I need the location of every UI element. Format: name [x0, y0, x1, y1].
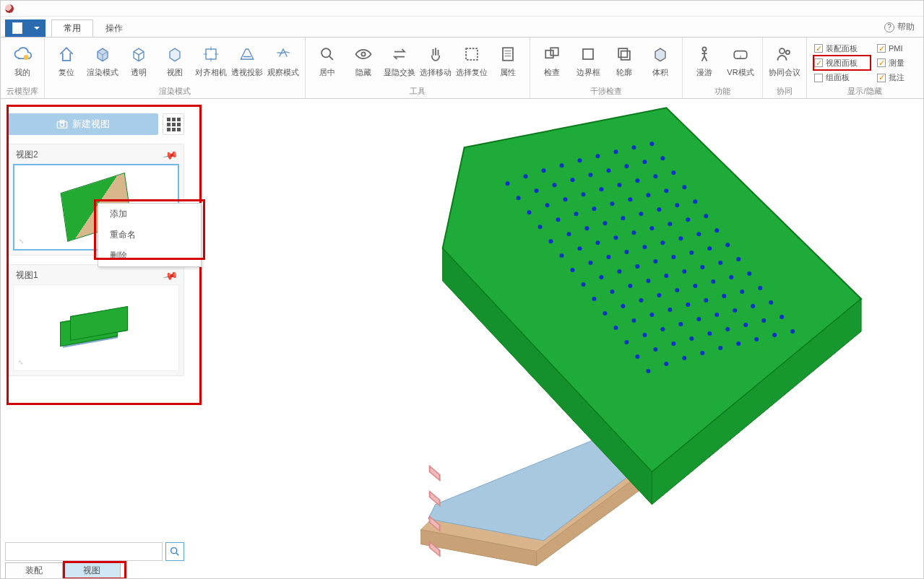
- reset-view-button[interactable]: 复位: [51, 40, 82, 84]
- chk-pmi[interactable]: ✓PMI: [877, 42, 915, 55]
- svg-point-139: [653, 347, 657, 352]
- svg-point-105: [646, 279, 650, 283]
- ctx-rename[interactable]: 重命名: [98, 225, 201, 245]
- svg-point-116: [693, 284, 697, 288]
- bbox-button[interactable]: 边界框: [572, 40, 604, 84]
- volume-button[interactable]: 体积: [644, 40, 676, 84]
- check-button[interactable]: 检查: [536, 40, 568, 84]
- bottom-tab-assembly[interactable]: 装配: [5, 562, 63, 578]
- align-camera-icon: [200, 43, 222, 65]
- svg-point-45: [624, 164, 629, 168]
- align-camera-button[interactable]: 对齐相机: [195, 40, 227, 84]
- my-cloud-button[interactable]: 我的: [7, 40, 38, 84]
- svg-point-101: [725, 243, 730, 247]
- svg-rect-1: [206, 49, 216, 59]
- svg-point-75: [560, 253, 564, 258]
- transparent-button[interactable]: 透明: [123, 40, 155, 84]
- my-cloud-label: 我的: [14, 66, 30, 77]
- svg-point-150: [700, 351, 704, 355]
- svg-point-120: [613, 326, 618, 330]
- svg-point-40: [535, 188, 539, 193]
- svg-point-131: [660, 327, 665, 331]
- chk-view-panel[interactable]: ✓视图面板: [814, 56, 870, 69]
- svg-point-110: [736, 257, 741, 261]
- chk-assembly-panel[interactable]: ✓装配面板: [814, 42, 870, 55]
- ctx-add[interactable]: 添加: [98, 204, 201, 225]
- outline-button[interactable]: 轮廓: [608, 40, 640, 84]
- svg-point-108: [700, 265, 704, 269]
- select-reset-button[interactable]: 选择复位: [456, 40, 488, 84]
- svg-point-121: [631, 318, 636, 323]
- home-icon: [56, 43, 77, 65]
- svg-rect-27: [430, 492, 440, 506]
- grid-toggle-button[interactable]: [163, 113, 184, 135]
- svg-point-62: [628, 197, 632, 201]
- ribbon-group-function: 漫游 VR模式 功能: [683, 38, 763, 98]
- view-thumbnail[interactable]: ⤡: [13, 284, 179, 371]
- svg-point-79: [631, 230, 636, 235]
- show-hide-swap-button[interactable]: 显隐交换: [384, 40, 415, 84]
- svg-point-32: [542, 168, 546, 173]
- search-input[interactable]: [5, 542, 163, 561]
- properties-button[interactable]: 属性: [492, 40, 524, 84]
- ribbon-group-interference: 检查 边界框 轮廓 体积 干涉检查: [530, 38, 683, 98]
- svg-point-37: [631, 145, 636, 149]
- svg-point-97: [653, 259, 657, 264]
- svg-point-152: [736, 341, 741, 346]
- observe-mode-button[interactable]: 观察模式: [267, 40, 299, 84]
- svg-point-74: [693, 199, 697, 204]
- volume-cube-icon: [649, 43, 671, 65]
- pin-icon[interactable]: 📌: [162, 147, 178, 162]
- svg-point-104: [628, 284, 632, 288]
- svg-point-33: [560, 163, 564, 167]
- tab-common[interactable]: 常用: [51, 19, 93, 37]
- grid-icon: [167, 118, 181, 131]
- svg-point-3: [361, 52, 365, 56]
- svg-point-30: [506, 181, 510, 186]
- chk-group-panel[interactable]: 组面板: [814, 71, 870, 84]
- select-move-button[interactable]: 选择移动: [420, 40, 452, 84]
- svg-point-57: [538, 225, 543, 229]
- axis-icon: ⤡: [18, 359, 24, 366]
- svg-point-13: [780, 48, 785, 53]
- search-icon: [169, 546, 181, 557]
- ctx-delete[interactable]: 删除: [98, 245, 201, 266]
- svg-point-77: [595, 240, 600, 245]
- new-view-button[interactable]: 新建视图: [8, 113, 158, 135]
- checkbox-icon: [814, 74, 823, 82]
- view-name: 视图1: [16, 269, 38, 282]
- 3d-viewport[interactable]: [204, 103, 919, 574]
- shade-mode-button[interactable]: 渲染模式: [87, 40, 118, 84]
- cube-transparent-icon: [128, 43, 150, 65]
- svg-point-81: [668, 222, 672, 226]
- svg-point-138: [635, 354, 639, 359]
- vr-mode-button[interactable]: VR模式: [725, 40, 756, 84]
- search-button[interactable]: [165, 542, 184, 561]
- svg-point-60: [592, 206, 596, 211]
- bottom-tab-view[interactable]: 视图: [63, 562, 121, 578]
- pin-icon[interactable]: 📌: [162, 267, 178, 283]
- center-button[interactable]: 居中: [311, 40, 343, 84]
- display-group-label: 显示/隐藏: [807, 84, 923, 98]
- view-card[interactable]: 视图1📌 ⤡: [8, 264, 184, 376]
- tab-operate[interactable]: 操作: [93, 19, 135, 37]
- svg-point-2: [321, 48, 330, 57]
- collab-meeting-button[interactable]: 协同会议: [769, 40, 800, 84]
- help-link[interactable]: ? 帮助: [884, 21, 915, 33]
- ribbon-group-render: 复位 渲染模式 透明 视图 对齐相机 透视投影 观察模式 渲染模式: [45, 38, 306, 98]
- chk-measure[interactable]: ✓测量: [877, 56, 915, 69]
- roam-button[interactable]: 漫游: [688, 40, 720, 84]
- svg-point-52: [599, 187, 603, 191]
- chk-annotate[interactable]: ✓批注: [877, 71, 915, 84]
- svg-rect-4: [466, 48, 478, 60]
- svg-point-73: [675, 203, 679, 207]
- svg-point-153: [754, 337, 759, 341]
- view-button[interactable]: 视图: [159, 40, 191, 84]
- cube-view-icon: [164, 43, 186, 65]
- hide-button[interactable]: 隐藏: [347, 40, 379, 84]
- camera-icon: [56, 119, 68, 129]
- cube-shaded-icon: [92, 43, 113, 65]
- perspective-button[interactable]: 透视投影: [231, 40, 263, 84]
- file-menu-button[interactable]: [5, 19, 46, 37]
- magnifier-icon: [316, 43, 338, 65]
